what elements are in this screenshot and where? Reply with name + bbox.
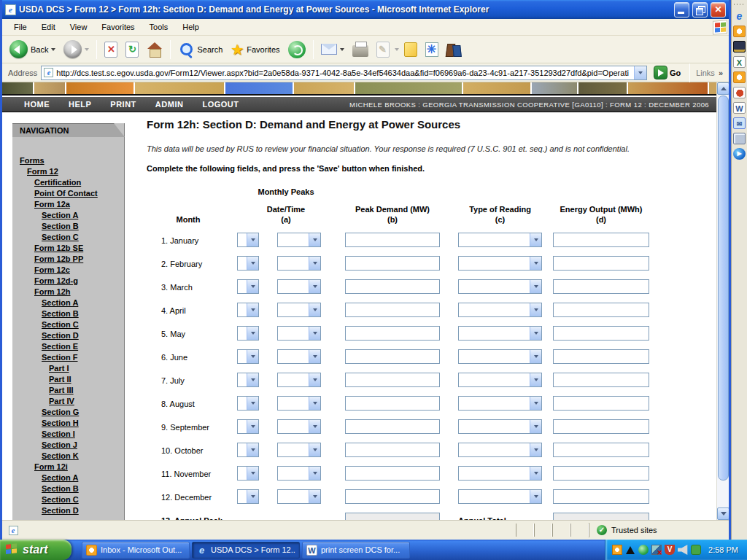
sidebar-item-form-12[interactable]: Form 12 [12,166,124,177]
peak-time-select[interactable] [277,419,321,434]
peak-demand-input[interactable] [345,349,440,364]
peak-time-select[interactable] [277,279,321,294]
close-button[interactable] [711,2,726,18]
links-chevron-icon[interactable]: » [719,69,726,77]
energy-output-input[interactable] [553,466,649,481]
site-nav-admin[interactable]: ADMIN [155,100,184,109]
sidebar-item-section-b[interactable]: Section B [12,221,124,232]
reading-type-select[interactable] [458,396,542,411]
sidebar-item-section-j[interactable]: Section J [12,440,124,451]
peak-time-select[interactable] [277,373,321,387]
home-button[interactable] [144,41,166,58]
sidebar-item-part-i[interactable]: Part I [12,363,124,374]
sidebar-item-section-c[interactable]: Section C [12,232,124,243]
peak-date-select[interactable] [237,443,259,457]
sidebar-item-section-d[interactable]: Section D [12,330,124,341]
reading-type-select[interactable] [458,443,542,457]
sidebar-item-section-c[interactable]: Section C [12,494,124,505]
office-outlook-express-icon[interactable] [733,117,746,129]
peak-date-select[interactable] [237,303,259,317]
office-excel-icon[interactable] [733,56,746,68]
sidebar-item-section-a[interactable]: Section A [12,298,124,308]
menu-file[interactable]: File [8,20,33,34]
task-print-screen-dcs-for[interactable]: print screen DCS for... [302,542,410,559]
search-button[interactable]: Search [175,40,225,59]
sidebar-item-part-iv[interactable]: Part IV [12,396,124,407]
energy-output-input[interactable] [553,396,649,411]
peak-demand-input[interactable] [345,303,440,317]
black-triangle-icon[interactable] [625,545,635,555]
sidebar-item-section-a[interactable]: Section A [12,472,124,483]
reading-type-select[interactable] [458,349,542,364]
sidebar-item-form-12i[interactable]: Form 12i [12,462,124,472]
task-usda-dcs-form-12[interactable]: USDA DCS > Form 12... [192,542,300,559]
peak-time-select[interactable] [277,349,321,364]
sidebar-item-form-12d-g[interactable]: Form 12d-g [12,276,124,287]
energy-output-input[interactable] [553,373,649,387]
energy-output-input[interactable] [553,279,649,294]
peak-demand-input[interactable] [345,419,440,434]
restore-button[interactable] [692,2,708,18]
scrollbar-down-button[interactable] [717,508,729,520]
peak-demand-input[interactable] [345,256,440,271]
reading-type-select[interactable] [458,303,542,317]
links-label[interactable]: Links [696,69,715,77]
sidebar-item-section-b[interactable]: Section B [12,483,124,494]
reading-type-select[interactable] [458,233,542,247]
peak-demand-input[interactable] [345,396,440,411]
sidebar-item-point-of-contact[interactable]: Point Of Contact [12,188,124,199]
sidebar-item-form-12b-pp[interactable]: Form 12b PP [12,254,124,265]
office-address-book-icon[interactable] [733,41,746,52]
site-nav-help[interactable]: HELP [69,100,91,109]
task-inbox-microsoft-out[interactable]: Inbox - Microsoft Out... [82,542,190,559]
sidebar-item-section-c[interactable]: Section C [12,319,124,330]
peak-date-select[interactable] [237,466,259,481]
sidebar-item-section-a[interactable]: Section A [12,210,124,221]
vertical-scrollbar[interactable] [716,82,729,520]
refresh-button[interactable]: ↻ [123,40,142,59]
energy-output-input[interactable] [553,489,649,504]
energy-output-input[interactable] [553,256,649,271]
office-my-computer-icon[interactable] [733,133,746,144]
mail-button[interactable] [318,42,347,56]
peak-demand-input[interactable] [345,326,440,341]
peak-time-select[interactable] [277,256,321,271]
energy-output-input[interactable] [553,233,649,247]
discuss-button[interactable] [401,41,420,58]
sidebar-item-part-ii[interactable]: Part II [12,374,124,385]
energy-output-input[interactable] [553,349,649,364]
history-button[interactable] [285,39,309,60]
peak-date-select[interactable] [237,349,259,364]
peak-time-select[interactable] [277,466,321,481]
menu-favorites[interactable]: Favorites [96,20,140,34]
sidebar-item-section-i[interactable]: Section I [12,429,124,440]
site-nav-home[interactable]: HOME [24,100,50,109]
forward-button[interactable] [61,39,92,60]
menu-help[interactable]: Help [177,20,205,34]
go-button[interactable]: Go [651,66,684,79]
mail-dropdown-caret-icon[interactable] [340,48,344,53]
sidebar-item-section-e[interactable]: Section E [12,341,124,352]
reading-type-select[interactable] [458,489,542,504]
stop-button[interactable]: ✕ [101,40,120,59]
peak-date-select[interactable] [237,256,259,271]
office-bar-grip[interactable] [734,2,745,7]
peak-date-select[interactable] [237,326,259,341]
office-word-icon[interactable] [733,102,746,114]
peak-demand-input[interactable] [345,443,440,457]
peak-demand-input[interactable] [345,489,440,504]
site-nav-print[interactable]: PRINT [110,100,136,109]
sidebar-item-forms[interactable]: Forms [12,155,124,166]
office-journal-clock-icon[interactable] [733,71,746,83]
peak-date-select[interactable] [237,279,259,294]
network-offline-icon[interactable] [651,545,662,555]
reminder-clock-icon[interactable] [612,545,622,555]
research-button[interactable] [444,40,465,58]
reading-type-select[interactable] [458,256,542,271]
print-button[interactable] [349,41,371,58]
volume-icon[interactable] [678,545,688,555]
energy-output-input[interactable] [553,303,649,317]
green-utility-icon[interactable] [691,545,701,555]
sidebar-item-form-12b-se[interactable]: Form 12b SE [12,243,124,254]
peak-date-select[interactable] [237,489,259,504]
